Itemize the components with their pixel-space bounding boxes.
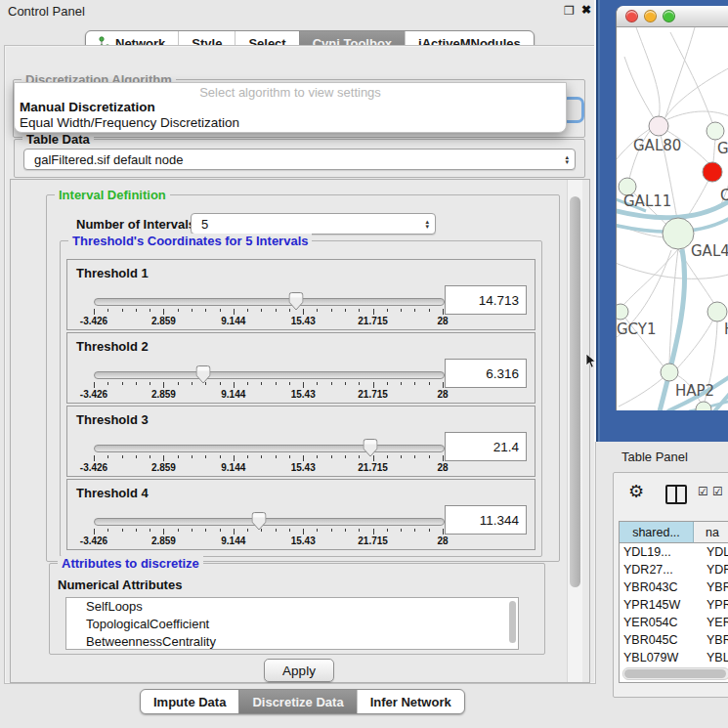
dropdown-option-equal-width[interactable]: Equal Width/Frequency Discretization <box>15 115 566 131</box>
cell-shared-name[interactable]: YDR27... <box>620 563 697 577</box>
table-panel: ⚙ ☑ ☑ shared... na YDL19...YDL1YDR27...Y… <box>613 472 728 698</box>
close-icon[interactable]: ✖ <box>581 3 591 17</box>
checkbox-icon[interactable]: ☑ <box>712 485 723 498</box>
cell-shared-name[interactable]: YBR043C <box>620 580 697 594</box>
table-row[interactable]: YPR145WYPR1 <box>620 596 728 614</box>
threshold-label: Threshold 2 <box>76 339 149 354</box>
tab-infer-network[interactable]: Infer Network <box>357 690 464 713</box>
gear-icon[interactable]: ⚙ <box>628 481 644 502</box>
threshold-box: Threshold 1-3.4262.8599.14415.4321.71528… <box>66 259 535 330</box>
slider-tick-labels: -3.4262.8599.14415.4321.71528 <box>94 535 443 546</box>
table-row[interactable]: YER054CYER0 <box>620 614 728 631</box>
attribute-list-item[interactable]: BetweennessCentrality <box>66 633 518 650</box>
table-row[interactable]: YDR27...YDR2 <box>620 561 728 578</box>
network-node[interactable] <box>707 302 727 321</box>
split-view-icon[interactable] <box>665 485 687 504</box>
network-node-label: C <box>720 187 728 204</box>
cell-shared-name[interactable]: YBL079W <box>620 651 697 664</box>
number-of-intervals-combobox[interactable]: 5 ▴▾ <box>191 213 436 235</box>
table-body: YDL19...YDL1YDR27...YDR2YBR043CYBR0YPR14… <box>620 543 728 683</box>
table-row[interactable]: YBR045CYBR0 <box>620 631 728 649</box>
cell-name[interactable]: YDL1 <box>697 545 728 559</box>
checkbox-icon[interactable]: ☑ <box>698 485 708 498</box>
table-row[interactable]: YDL19...YDL1 <box>620 543 728 561</box>
threshold-slider[interactable] <box>94 298 445 306</box>
network-node-label: GAL80 <box>633 137 681 154</box>
column-header-name[interactable]: na <box>694 522 728 543</box>
network-view-window[interactable]: GAL80G.CGAL11GAL4GCY1HHAP2 <box>616 6 728 410</box>
cell-name[interactable]: YER0 <box>697 616 728 629</box>
tab-impute-data[interactable]: Impute Data <box>141 690 238 713</box>
zoom-window-light-icon[interactable] <box>663 10 675 22</box>
threshold-value-field[interactable]: 21.4 <box>445 432 527 461</box>
settings-scrollpane: Interval Definition Number of Intervals … <box>10 179 590 683</box>
attribute-list-item[interactable]: TopologicalCoefficient <box>66 616 518 633</box>
tick-label: -3.426 <box>80 316 107 326</box>
cell-shared-name[interactable]: YDL19... <box>620 545 697 559</box>
network-node[interactable] <box>696 402 711 410</box>
network-canvas-svg[interactable]: GAL80G.CGAL11GAL4GCY1HHAP2 <box>617 27 728 410</box>
tick-label: 15.43 <box>291 462 316 473</box>
cell-shared-name[interactable]: YPR145W <box>620 598 697 612</box>
settings-vertical-scrollbar[interactable] <box>567 180 582 682</box>
column-header-shared-name[interactable]: shared... <box>620 522 694 543</box>
tick-label: 28 <box>437 316 448 326</box>
table-panel-title: Table Panel <box>621 450 688 464</box>
tab-discretize-data[interactable]: Discretize Data <box>238 690 356 713</box>
numerical-attributes-list[interactable]: SelfLoopsTopologicalCoefficientBetweenne… <box>65 597 519 650</box>
scrollbar-thumb[interactable] <box>624 669 726 678</box>
threshold-value-field[interactable]: 6.316 <box>445 359 527 388</box>
threshold-slider[interactable] <box>94 518 445 526</box>
number-of-intervals-label: Number of Intervals <box>76 217 195 232</box>
threshold-label: Threshold 4 <box>76 486 149 500</box>
cell-shared-name[interactable]: YBR045C <box>620 633 697 647</box>
table-data-group: Table Data galFiltered.sif default node … <box>14 139 585 178</box>
cell-name[interactable]: YBR0 <box>697 580 728 594</box>
network-node[interactable] <box>663 218 694 249</box>
group-title: Attributes to discretize <box>58 556 203 571</box>
network-node-label: H <box>724 321 728 338</box>
scrollbar-thumb[interactable] <box>570 196 580 587</box>
numerical-attributes-label: Numerical Attributes <box>58 578 182 592</box>
float-icon[interactable]: ❐ <box>564 4 575 18</box>
dropdown-prompt: Select algorithm to view settings <box>15 83 566 100</box>
cell-name[interactable]: YDR2 <box>697 563 728 577</box>
network-node[interactable] <box>703 162 722 182</box>
network-node[interactable] <box>707 122 724 140</box>
list-scrollbar[interactable] <box>509 601 516 643</box>
cell-name[interactable]: YBR0 <box>697 633 728 647</box>
tick-label: -3.426 <box>80 389 107 400</box>
network-node[interactable] <box>649 116 668 136</box>
threshold-label: Threshold 3 <box>76 412 149 427</box>
network-node-label: GAL11 <box>623 193 671 210</box>
threshold-slider[interactable] <box>94 445 445 452</box>
network-node-label: G. <box>717 140 728 157</box>
close-window-light-icon[interactable] <box>625 10 638 22</box>
network-node[interactable] <box>617 304 628 320</box>
table-header-row: shared... na <box>620 522 728 543</box>
tick-label: -3.426 <box>80 462 107 473</box>
table-row[interactable]: YBR043CYBR0 <box>620 578 728 596</box>
tick-label: 21.715 <box>358 462 388 473</box>
table-data-combobox[interactable]: galFiltered.sif default node ▴▾ <box>23 149 576 170</box>
table-row[interactable]: YBL079WYBL0 <box>620 649 728 666</box>
tick-label: 21.715 <box>358 316 388 326</box>
minimize-window-light-icon[interactable] <box>644 10 657 22</box>
threshold-slider[interactable] <box>94 371 445 379</box>
group-title: Interval Definition <box>55 188 170 202</box>
attribute-list-item[interactable]: SelfLoops <box>66 598 518 616</box>
table-horizontal-scrollbar[interactable] <box>622 667 728 680</box>
network-node[interactable] <box>661 364 678 381</box>
cell-name[interactable]: YPR1 <box>697 598 728 612</box>
tick-label: -3.426 <box>80 535 107 546</box>
mouse-cursor <box>585 353 597 369</box>
network-window-titlebar[interactable] <box>617 6 728 27</box>
threshold-value-field[interactable]: 14.713 <box>445 285 527 315</box>
cell-name[interactable]: YBL0 <box>697 651 728 664</box>
node-table[interactable]: shared... na YDL19...YDL1YDR27...YDR2YBR… <box>619 521 728 683</box>
cell-shared-name[interactable]: YER054C <box>620 616 697 629</box>
apply-button[interactable]: Apply <box>264 659 334 682</box>
network-nodes[interactable] <box>617 116 727 410</box>
dropdown-option-manual[interactable]: Manual Discretization <box>15 100 566 115</box>
threshold-value-field[interactable]: 11.344 <box>445 505 527 535</box>
